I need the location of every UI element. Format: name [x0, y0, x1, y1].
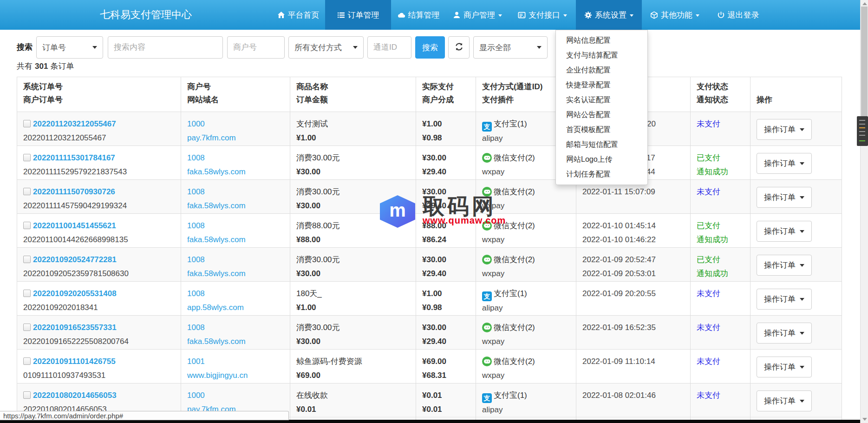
merchant-domain-link[interactable]: faka.58wlys.com — [187, 269, 246, 278]
merchant-order-no: 2022011203212055467 — [23, 131, 175, 145]
chevron-down-icon — [800, 162, 804, 165]
product-name: 支付测试 — [296, 117, 410, 131]
nav-item-list-alt[interactable]: 支付接口 — [509, 0, 576, 30]
list-alt-icon — [518, 11, 526, 19]
merchant-id-input[interactable] — [227, 36, 285, 59]
nav-item-home[interactable]: 平台首页 — [271, 0, 325, 30]
order-action-button[interactable]: 操作订单 — [757, 357, 812, 377]
system-order-link[interactable]: 2022011115070930726 — [33, 187, 115, 196]
nav-item-power[interactable]: 退出登录 — [708, 0, 768, 30]
merchant-domain-link[interactable]: app.58wlys.com — [187, 303, 244, 312]
order-action-button[interactable]: 操作订单 — [757, 323, 812, 344]
order-action-button[interactable]: 操作订单 — [757, 221, 812, 242]
vertical-scrollbar[interactable] — [860, 0, 868, 423]
order-action-button[interactable]: 操作订单 — [757, 119, 812, 140]
merchant-id-link[interactable]: 1008 — [187, 187, 205, 196]
merchant-id-link[interactable]: 1001 — [187, 357, 205, 366]
channel-id-input[interactable] — [367, 36, 411, 59]
column-header: 支付状态通知状态 — [691, 77, 751, 112]
merchant-domain-link[interactable]: faka.58wlys.com — [187, 167, 246, 176]
order-amount: ¥0.01 — [296, 403, 410, 416]
create-time: 2022-01-09 16:52:35 — [582, 321, 684, 335]
menu-item[interactable]: 计划任务配置 — [556, 167, 647, 182]
chevron-down-icon — [800, 230, 804, 233]
scrollbar-thumb[interactable] — [861, 7, 868, 116]
row-checkbox[interactable] — [23, 222, 31, 229]
menu-item[interactable]: 企业付款配置 — [556, 63, 647, 78]
paid-amount: ¥1.00 — [422, 287, 470, 301]
menu-item[interactable]: 支付与结算配置 — [556, 48, 647, 63]
order-type-select[interactable]: 订单号 — [36, 36, 103, 59]
row-checkbox[interactable] — [23, 154, 31, 161]
nav-item-gear[interactable]: 系统设置 — [576, 0, 642, 30]
scroll-down-icon[interactable] — [862, 418, 867, 421]
scroll-up-icon[interactable] — [862, 2, 867, 5]
order-amount: ¥1.00 — [296, 131, 410, 145]
row-checkbox[interactable] — [23, 120, 31, 127]
order-action-button[interactable]: 操作订单 — [757, 289, 812, 310]
system-order-link[interactable]: 2022010920205531408 — [33, 289, 117, 298]
row-checkbox[interactable] — [23, 357, 31, 365]
merchant-id-link[interactable]: 1000 — [187, 391, 205, 400]
scrollbar-marker-widget[interactable] — [857, 116, 868, 146]
table-row: 2022010920524772281202201092052359781508… — [17, 248, 842, 282]
system-order-link[interactable]: 2022010911101426755 — [33, 357, 116, 366]
menu-item[interactable]: 网站公告配置 — [556, 107, 647, 122]
row-checkbox[interactable] — [23, 324, 31, 331]
merchant-domain-link[interactable]: faka.58wlys.com — [187, 201, 246, 210]
menu-item[interactable]: 实名认证配置 — [556, 93, 647, 107]
search-button[interactable]: 搜索 — [415, 36, 445, 59]
merchant-domain-link[interactable]: pay.7kfm.com — [187, 133, 236, 142]
system-order-link[interactable]: 2022011203212055467 — [33, 119, 116, 128]
system-order-link[interactable]: 2022011001451455621 — [33, 221, 116, 230]
product-name: 消费88.00元 — [296, 219, 410, 233]
system-order-link[interactable]: 2022011115301784167 — [33, 153, 115, 162]
system-order-link[interactable]: 2022010802014656053 — [33, 391, 117, 400]
chevron-down-icon — [800, 298, 804, 301]
merchant-id-link[interactable]: 1008 — [187, 255, 205, 264]
order-action-button[interactable]: 操作订单 — [757, 390, 812, 411]
chevron-down-icon — [800, 332, 804, 335]
nav-item-cube[interactable]: 其他功能 — [642, 0, 708, 30]
pay-method-select[interactable]: 所有支付方式 — [288, 36, 364, 59]
nav-item-list[interactable]: 订单管理 — [325, 0, 391, 30]
menu-item[interactable]: 快捷登录配置 — [556, 78, 647, 93]
pay-method-label: 支付宝(1) — [494, 119, 527, 128]
refresh-button[interactable] — [448, 36, 470, 59]
column-header: 商品名称订单金额 — [290, 77, 416, 112]
site-title: 七科易支付管理中心 — [100, 0, 192, 30]
table-row: 2022011115301784167202201111529579221837… — [17, 146, 842, 180]
paid-amount: ¥88.00 — [422, 219, 470, 233]
merchant-id-link[interactable]: 1008 — [187, 323, 205, 332]
order-action-button[interactable]: 操作订单 — [757, 187, 812, 208]
chevron-down-icon — [92, 46, 97, 49]
menu-item[interactable]: 邮箱与短信配置 — [556, 137, 647, 152]
menu-item[interactable]: 网站信息配置 — [556, 33, 647, 48]
order-action-button[interactable]: 操作订单 — [757, 153, 812, 174]
merchant-domain-link[interactable]: www.bigjingyu.cn — [187, 371, 248, 380]
menu-item[interactable]: 网站Logo上传 — [556, 152, 647, 167]
pay-method-label: 微信支付(2) — [494, 187, 535, 196]
merchant-domain-link[interactable]: faka.58wlys.com — [187, 235, 246, 244]
system-order-link[interactable]: 2022010916523557331 — [33, 323, 117, 332]
nav-item-user[interactable]: 商户管理 — [446, 0, 509, 30]
menu-item[interactable]: 首页模板配置 — [556, 122, 647, 137]
merchant-share: ¥68.31 — [422, 369, 470, 383]
row-checkbox[interactable] — [23, 290, 31, 297]
merchant-domain-link[interactable]: faka.58wlys.com — [187, 337, 246, 346]
merchant-id-link[interactable]: 1008 — [187, 153, 205, 162]
pay-method-label: 支付宝(1) — [494, 391, 527, 400]
row-checkbox[interactable] — [23, 391, 31, 399]
show-all-select[interactable]: 显示全部 — [473, 36, 548, 59]
merchant-id-link[interactable]: 1008 — [187, 221, 205, 230]
merchant-id-link[interactable]: 1008 — [187, 289, 205, 298]
system-order-link[interactable]: 2022010920524772281 — [33, 255, 117, 264]
pay-status: 未支付 — [697, 185, 744, 199]
row-checkbox[interactable] — [23, 188, 31, 195]
row-checkbox[interactable] — [23, 256, 31, 263]
nav-item-cloud[interactable]: 结算管理 — [391, 0, 446, 30]
search-keyword-input[interactable] — [108, 36, 223, 59]
merchant-id-link[interactable]: 1000 — [187, 119, 205, 128]
order-type-value: 订单号 — [42, 42, 92, 53]
order-action-button[interactable]: 操作订单 — [757, 255, 812, 276]
